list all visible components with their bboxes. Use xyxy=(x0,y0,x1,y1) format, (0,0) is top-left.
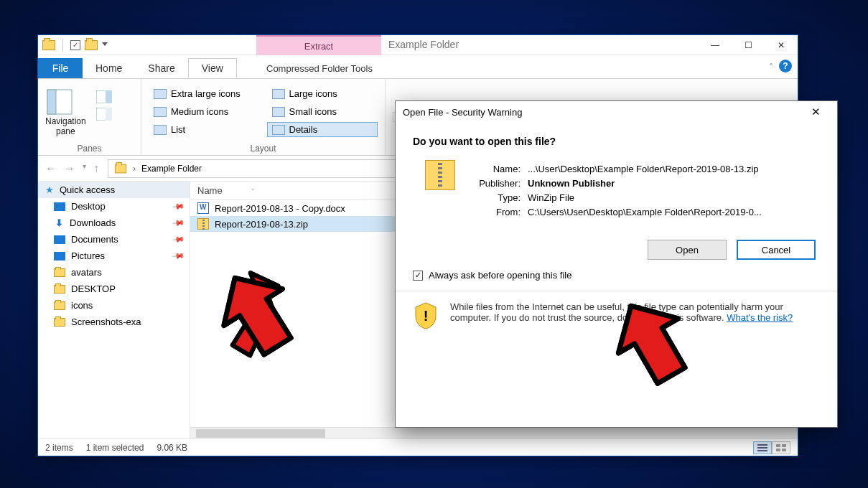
view-large-icons-button[interactable] xyxy=(772,441,790,454)
svg-rect-9 xyxy=(776,444,780,447)
ribbon-group-label: Layout xyxy=(149,141,378,154)
horizontal-scrollbar[interactable] xyxy=(190,427,798,438)
layout-label: Small icons xyxy=(289,106,337,117)
separator xyxy=(62,39,63,52)
always-ask-checkbox[interactable]: ✓ Always ask before opening this file xyxy=(413,270,820,281)
breadcrumb-separator-icon: › xyxy=(133,164,136,174)
layout-details[interactable]: Details xyxy=(267,122,378,137)
checkbox-icon[interactable]: ✓ xyxy=(413,271,423,281)
pin-icon: 📌 xyxy=(172,233,185,246)
help-icon[interactable]: ? xyxy=(779,60,792,72)
folder-icon xyxy=(54,318,65,327)
close-button[interactable]: ✕ xyxy=(765,35,798,55)
always-ask-label: Always ask before opening this file xyxy=(429,270,571,281)
column-name[interactable]: Name xyxy=(197,185,223,196)
field-label-name: Name: xyxy=(467,164,528,174)
minimize-button[interactable]: — xyxy=(699,35,732,55)
sidebar-item-screenshots[interactable]: Screenshots-exa xyxy=(38,314,190,330)
sidebar-item-avatars[interactable]: avatars xyxy=(38,264,190,281)
sidebar-quick-access[interactable]: ★ Quick access xyxy=(38,182,190,198)
window-title: Example Folder xyxy=(388,39,459,50)
sidebar-item-downloads[interactable]: ⬇Downloads📌 xyxy=(38,215,190,231)
zip-icon xyxy=(197,218,209,230)
collapse-ribbon-icon[interactable]: ˄ xyxy=(769,62,773,72)
open-button[interactable]: Open xyxy=(648,240,727,260)
field-label-type: Type: xyxy=(467,192,528,203)
zip-icon xyxy=(425,160,455,190)
dialog-close-button[interactable]: ✕ xyxy=(801,102,830,122)
maximize-button[interactable]: ☐ xyxy=(732,35,765,55)
svg-rect-1 xyxy=(47,90,56,114)
sidebar-item-label: Pictures xyxy=(71,250,105,261)
field-label-from: From: xyxy=(467,207,528,217)
sidebar-item-label: avatars xyxy=(71,267,102,278)
tab-share[interactable]: Share xyxy=(135,58,187,78)
layout-extra-large[interactable]: Extra large icons xyxy=(149,86,260,101)
new-folder-icon[interactable] xyxy=(85,40,98,50)
sidebar-item-label: icons xyxy=(71,300,93,311)
folder-icon xyxy=(54,301,65,310)
field-value-from: C:\Users\User\Desktop\Example Folder\Rep… xyxy=(528,207,820,217)
sidebar-item-desktop[interactable]: Desktop📌 xyxy=(38,198,190,215)
extract-context-tab[interactable]: Extract xyxy=(256,35,381,55)
tab-file[interactable]: File xyxy=(38,58,83,78)
layout-large[interactable]: Large icons xyxy=(267,86,378,101)
history-dropdown-icon[interactable]: ▾ xyxy=(83,162,86,175)
breadcrumb-current[interactable]: Example Folder xyxy=(141,164,202,174)
pin-icon: 📌 xyxy=(172,249,185,263)
sidebar-item-label: Screenshots-exa xyxy=(71,316,141,327)
svg-rect-12 xyxy=(782,449,786,451)
layout-small[interactable]: Small icons xyxy=(267,104,378,119)
sidebar-item-label: DESKTOP xyxy=(71,283,116,294)
view-details-button[interactable] xyxy=(753,441,772,454)
layout-list[interactable]: List xyxy=(149,122,260,137)
sidebar-item-documents[interactable]: Documents📌 xyxy=(38,231,190,248)
pin-icon: 📌 xyxy=(172,216,185,230)
tab-home[interactable]: Home xyxy=(83,58,135,78)
security-warning-dialog: Open File - Security Warning ✕ Do you wa… xyxy=(395,100,838,428)
sidebar-item-pictures[interactable]: Pictures📌 xyxy=(38,248,190,264)
pin-icon: 📌 xyxy=(172,200,185,213)
docx-icon xyxy=(197,202,209,214)
navigation-pane-icon[interactable] xyxy=(45,88,74,116)
quick-access-toolbar: ✓ Extract Example Folder — ☐ ✕ xyxy=(38,35,798,55)
svg-text:!: ! xyxy=(424,308,429,324)
status-bar: 2 items 1 item selected 9.06 KB xyxy=(38,438,798,456)
svg-rect-6 xyxy=(757,444,767,446)
preview-pane-icon[interactable] xyxy=(96,90,112,103)
layout-label: Large icons xyxy=(289,88,337,99)
folder-icon xyxy=(54,268,65,277)
details-pane-icon[interactable] xyxy=(96,108,112,121)
download-icon: ⬇ xyxy=(54,218,64,228)
sidebar-item-desktop2[interactable]: DESKTOP xyxy=(38,281,190,297)
file-name: Report-2019-08-13.zip xyxy=(215,219,308,230)
shield-warning-icon: ! xyxy=(413,301,439,330)
back-button[interactable]: ← xyxy=(45,162,57,175)
svg-rect-7 xyxy=(757,447,767,449)
cancel-button[interactable]: Cancel xyxy=(737,240,816,260)
field-value-type: WinZip File xyxy=(528,192,820,203)
ribbon-tabs: File Home Share View Compressed Folder T… xyxy=(38,55,798,78)
scrollbar-thumb[interactable] xyxy=(196,429,325,438)
layout-label: Extra large icons xyxy=(171,88,241,99)
up-button[interactable]: ↑ xyxy=(93,162,99,175)
whats-the-risk-link[interactable]: What's the risk? xyxy=(727,312,793,323)
qat-dropdown-icon[interactable] xyxy=(102,42,108,48)
layout-medium[interactable]: Medium icons xyxy=(149,104,260,119)
forward-button[interactable]: → xyxy=(64,162,75,175)
sidebar-item-icons[interactable]: icons xyxy=(38,297,190,314)
tab-compressed-tools[interactable]: Compressed Folder Tools xyxy=(256,58,383,78)
folder-icon xyxy=(42,40,55,50)
ribbon-group-panes: Navigation pane Panes xyxy=(38,79,141,155)
tab-view[interactable]: View xyxy=(188,58,237,78)
sidebar-item-label: Documents xyxy=(71,234,118,245)
star-icon: ★ xyxy=(45,184,54,195)
svg-rect-8 xyxy=(757,450,767,451)
documents-icon xyxy=(54,235,65,244)
folder-icon xyxy=(115,164,126,173)
layout-label: List xyxy=(171,124,185,135)
ribbon-group-layout: Extra large icons Large icons Medium ico… xyxy=(141,79,386,155)
properties-icon[interactable]: ✓ xyxy=(70,40,80,50)
pictures-icon xyxy=(54,252,65,261)
sidebar-header-label: Quick access xyxy=(60,184,115,195)
